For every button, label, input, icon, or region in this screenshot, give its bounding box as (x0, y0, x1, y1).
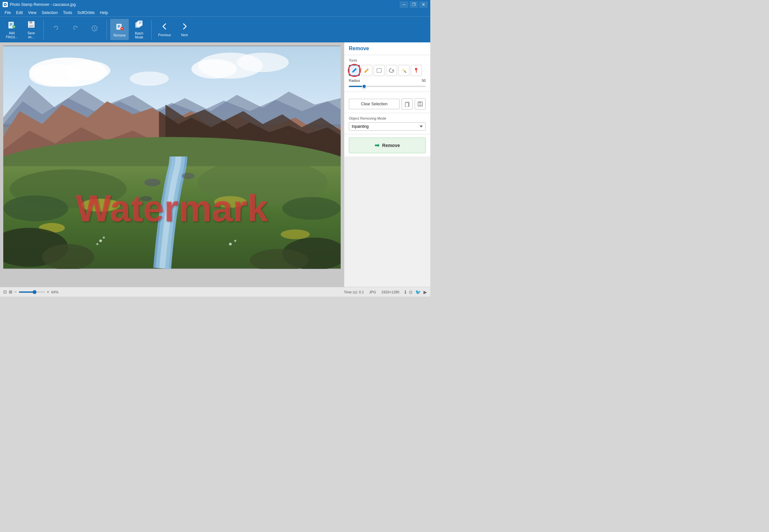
svg-rect-65 (377, 68, 381, 72)
info-icon[interactable]: ℹ (405, 289, 406, 295)
zoom-slider[interactable] (19, 291, 45, 293)
previous-icon (160, 22, 169, 32)
zoom-slider-fill (19, 291, 35, 293)
menu-edit[interactable]: Edit (13, 10, 25, 16)
save-selection-button[interactable] (415, 98, 426, 110)
save-as-button[interactable]: Saveas... (22, 19, 40, 40)
batch-mode-label: BatchMode (135, 32, 143, 39)
tools-section: Tools (344, 55, 430, 92)
title-bar: Photo Stamp Remover - caucasus.jpg ─ ❐ ✕ (0, 0, 430, 9)
undo-icon (52, 24, 60, 34)
previous-label: Previous (158, 33, 171, 37)
undo-button[interactable] (47, 19, 65, 40)
selection-row: Clear Selection (349, 98, 426, 110)
menu-selection[interactable]: Selection (39, 10, 60, 16)
svg-point-64 (364, 71, 366, 73)
menu-tools[interactable]: Tools (60, 10, 75, 16)
time-label: Time (s): 0.1 (344, 290, 364, 294)
stamp-tool-button[interactable] (411, 65, 422, 76)
mode-select[interactable]: Inpainting Content-Aware Fill Texture Sy… (349, 122, 426, 131)
rect-selection-button[interactable] (374, 65, 385, 76)
remove-toolbar-button[interactable]: Remove (110, 19, 129, 40)
previous-button[interactable]: Previous (155, 19, 174, 40)
copy-to-clipboard-button[interactable] (402, 98, 413, 110)
tools-row (349, 65, 426, 76)
remove-button-label: Remove (382, 143, 400, 148)
svg-point-1 (5, 4, 6, 5)
svg-point-32 (191, 59, 237, 79)
svg-point-61 (229, 243, 232, 245)
svg-rect-11 (29, 21, 32, 23)
add-files-button[interactable]: AddFile(s)... (3, 19, 21, 40)
mode-section: Object Removing Mode Inpainting Content-… (344, 113, 430, 134)
image-container[interactable]: Watermark (3, 46, 341, 269)
magic-wand-button[interactable] (398, 65, 409, 76)
svg-line-71 (403, 69, 403, 70)
restore-button[interactable]: ❐ (409, 1, 418, 8)
close-button[interactable]: ✕ (419, 1, 428, 8)
status-right: Time (s): 0.1 JPG 1920×1280 ℹ ⊙ 🐦 ▶ (344, 289, 427, 295)
menu-file[interactable]: File (2, 10, 13, 16)
mode-label: Object Removing Mode (349, 116, 426, 120)
menu-view[interactable]: View (25, 10, 39, 16)
brush-tool-button[interactable] (349, 65, 360, 76)
next-icon (180, 22, 189, 32)
history-button[interactable] (85, 19, 103, 40)
panel-header: Remove (344, 42, 430, 55)
social-icons: ℹ ⊙ 🐦 ▶ (405, 289, 427, 295)
svg-rect-77 (419, 102, 421, 103)
svg-rect-13 (29, 25, 33, 27)
status-bar: ⊡ ⊞ − + 64% Time (s): 0.1 JPG 1920×1280 … (0, 287, 430, 297)
scene-image (3, 46, 341, 269)
svg-point-51 (144, 179, 161, 186)
twitter-icon[interactable]: 🐦 (415, 289, 421, 295)
svg-point-62 (234, 240, 236, 242)
batch-mode-button[interactable]: BatchMode (130, 19, 148, 40)
window-controls: ─ ❐ ✕ (400, 1, 428, 8)
svg-point-50 (281, 229, 310, 239)
smart-fill-tool-button[interactable] (361, 65, 372, 76)
next-button[interactable]: Next (175, 19, 193, 40)
redo-button[interactable] (66, 19, 84, 40)
clear-selection-button[interactable]: Clear Selection (349, 99, 400, 109)
main-content: Watermark Remove Tools (0, 42, 430, 287)
radius-slider-track[interactable] (349, 86, 426, 87)
svg-point-30 (65, 61, 110, 80)
zoom-slider-thumb[interactable] (33, 290, 37, 294)
batch-mode-icon (135, 20, 144, 30)
zoom-controls: ⊡ ⊞ − + 64% (3, 289, 58, 294)
menu-help[interactable]: Help (97, 10, 111, 16)
tools-label: Tools (349, 58, 426, 62)
svg-point-52 (182, 173, 195, 179)
svg-point-56 (42, 244, 94, 269)
status-left: ⊡ ⊞ − + 64% (3, 289, 58, 294)
add-files-icon (7, 20, 16, 30)
lasso-tool-button[interactable] (386, 65, 397, 76)
svg-point-53 (140, 196, 152, 201)
separator-1 (43, 20, 44, 39)
share-icon[interactable]: ⊙ (409, 289, 413, 295)
youtube-icon[interactable]: ▶ (423, 289, 427, 295)
selection-section: Clear Selection (344, 92, 430, 113)
radius-slider-thumb[interactable] (362, 84, 366, 89)
zoom-out-icon[interactable]: − (14, 289, 17, 294)
svg-point-73 (415, 68, 417, 70)
fit-to-screen-icon[interactable]: ⊡ (3, 289, 7, 294)
add-files-label: AddFile(s)... (6, 31, 18, 39)
separator-3 (151, 20, 152, 39)
svg-point-34 (130, 71, 169, 86)
zoom-value: 64% (51, 290, 58, 294)
remove-btn-section: ➡ Remove (344, 134, 430, 156)
radius-slider-container[interactable] (349, 84, 426, 88)
remove-arrow-icon: ➡ (375, 142, 379, 149)
separator-2 (107, 20, 107, 39)
zoom-to-selection-icon[interactable]: ⊞ (9, 289, 12, 294)
minimize-button[interactable]: ─ (400, 1, 408, 8)
zoom-in-icon[interactable]: + (47, 289, 50, 294)
menu-softorbits[interactable]: SoftOrbits (75, 10, 97, 16)
svg-point-48 (214, 196, 247, 208)
menu-bar: File Edit View Selection Tools SoftOrbit… (0, 9, 430, 16)
remove-icon (115, 22, 124, 32)
canvas-area[interactable]: Watermark (0, 42, 344, 287)
remove-button[interactable]: ➡ Remove (349, 138, 426, 153)
